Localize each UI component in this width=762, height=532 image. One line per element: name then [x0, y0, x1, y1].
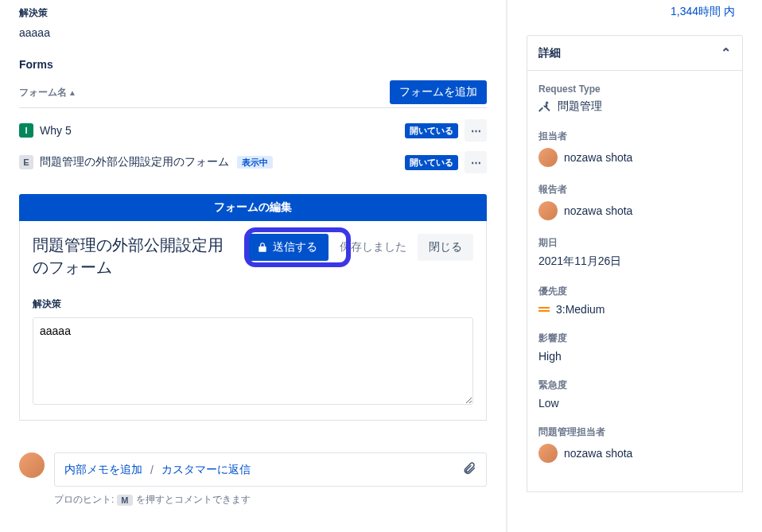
chevron-up-icon: ⌃: [721, 45, 731, 60]
form-name: 問題管理の外部公開設定用のフォーム 表示中: [40, 155, 398, 169]
priority-medium-icon: [538, 304, 550, 315]
pm-assignee-label: 問題管理担当者: [538, 425, 731, 439]
urgency-value[interactable]: Low: [538, 397, 731, 410]
form-name-text: 問題管理の外部公開設定用のフォーム: [40, 155, 229, 168]
resolution-label: 解決策: [19, 6, 487, 20]
form-editor-title: 問題管理の外部公開設定用のフォーム: [33, 234, 238, 278]
reply-customer-tab[interactable]: カスタマーに返信: [161, 463, 251, 477]
forms-column-name-text: フォーム名: [19, 86, 67, 99]
details-header-text: 詳細: [538, 46, 561, 60]
priority-label: 優先度: [538, 285, 731, 298]
form-row[interactable]: E 問題管理の外部公開設定用のフォーム 表示中 開いている ⋯: [19, 146, 487, 178]
comment-input[interactable]: 内部メモを追加 / カスタマーに返信: [54, 452, 487, 487]
request-type-text: 問題管理: [558, 99, 602, 114]
priority-value[interactable]: 3:Medium: [538, 303, 731, 316]
sort-asc-icon: ▲: [68, 88, 76, 97]
details-panel-header[interactable]: 詳細 ⌃: [527, 35, 743, 71]
submit-button-label: 送信する: [273, 240, 317, 254]
forms-column-name[interactable]: フォーム名 ▲: [19, 86, 76, 99]
comment-hint: プロのヒント: M を押すとコメントできます: [54, 493, 487, 507]
form-field-label: 解決策: [33, 297, 473, 311]
assignee-label: 担当者: [538, 130, 731, 143]
resolution-textarea[interactable]: [33, 317, 473, 405]
request-type-value[interactable]: 問題管理: [538, 99, 731, 114]
sla-time-link[interactable]: 1,344時間 内: [527, 0, 743, 19]
form-editor-panel: 問題管理の外部公開設定用のフォーム 送信する 保存しました 閉じる 解決策: [19, 221, 487, 421]
impact-label: 影響度: [538, 332, 731, 345]
more-icon: ⋯: [471, 157, 481, 169]
avatar: [538, 201, 558, 220]
form-editor-bar: フォームの編集: [19, 194, 487, 221]
pm-assignee-value[interactable]: nozawa shota: [538, 444, 731, 463]
due-date-label: 期日: [538, 236, 731, 250]
more-icon: ⋯: [471, 125, 481, 137]
impact-value[interactable]: High: [538, 350, 731, 363]
avatar: [538, 444, 558, 463]
lock-icon: [257, 242, 268, 253]
assignee-value[interactable]: nozawa shota: [538, 148, 731, 167]
internal-note-tab[interactable]: 内部メモを追加: [64, 463, 142, 477]
reporter-name: nozawa shota: [564, 204, 632, 217]
close-button[interactable]: 閉じる: [418, 234, 473, 261]
pm-assignee-name: nozawa shota: [564, 447, 632, 460]
visibility-chip: 表示中: [237, 156, 273, 169]
key-m-badge: M: [117, 495, 132, 506]
submit-button[interactable]: 送信する: [246, 234, 329, 261]
resolution-value: aaaaa: [19, 26, 487, 39]
form-row[interactable]: I Why 5 開いている ⋯: [19, 115, 487, 146]
urgency-label: 緊急度: [538, 379, 731, 392]
tools-icon: [538, 100, 551, 113]
add-form-button[interactable]: フォームを追加: [390, 80, 487, 104]
form-status-chip: 開いている: [405, 123, 458, 138]
assignee-name: nozawa shota: [564, 151, 632, 164]
more-actions-button[interactable]: ⋯: [465, 119, 487, 142]
external-badge-icon: E: [19, 155, 33, 169]
reporter-label: 報告者: [538, 183, 731, 196]
avatar: [19, 452, 45, 478]
hint-suffix: を押すとコメントできます: [136, 493, 251, 507]
forms-heading: Forms: [19, 58, 487, 71]
reporter-value[interactable]: nozawa shota: [538, 201, 731, 220]
avatar: [538, 148, 558, 167]
more-actions-button[interactable]: ⋯: [465, 151, 487, 173]
saved-status-text: 保存しました: [336, 234, 410, 261]
priority-text: 3:Medium: [556, 303, 605, 316]
due-date-value[interactable]: 2021年11月26日: [538, 254, 731, 269]
form-status-chip: 開いている: [405, 155, 458, 170]
details-panel-body: Request Type 問題管理 担当者 nozawa shota 報告者: [527, 71, 743, 492]
tab-separator: /: [150, 464, 154, 476]
attachment-icon[interactable]: [462, 461, 476, 478]
request-type-label: Request Type: [538, 83, 731, 95]
hint-prefix: プロのヒント:: [54, 493, 114, 507]
internal-badge-icon: I: [19, 123, 33, 138]
form-name: Why 5: [40, 124, 398, 137]
